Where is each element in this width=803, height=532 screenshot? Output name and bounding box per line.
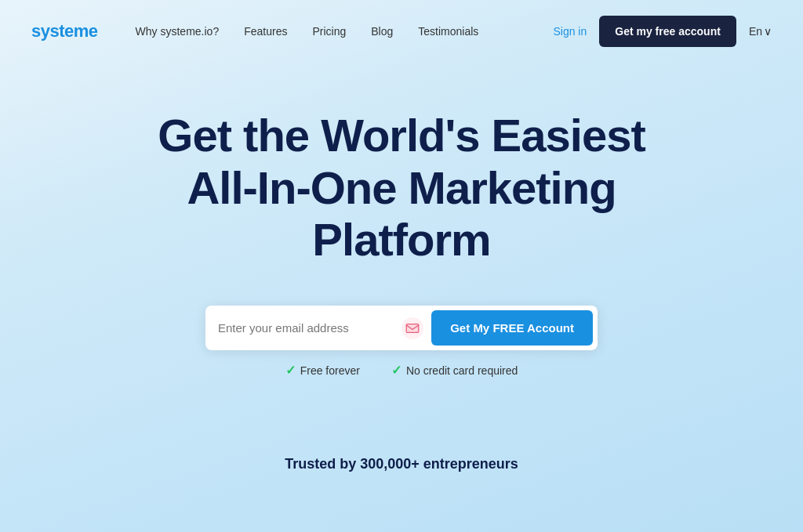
hero-form: Get My FREE Account [205, 306, 598, 350]
hero-badges: ✓ Free forever ✓ No credit card required [285, 363, 518, 378]
site-logo[interactable]: systeme [31, 21, 98, 42]
nav-item-features[interactable]: Features [244, 25, 287, 38]
nav-item-blog[interactable]: Blog [371, 25, 393, 38]
nav-links: Why systeme.io? Features Pricing Blog Te… [136, 25, 554, 38]
badge-no-credit-card: ✓ No credit card required [391, 363, 518, 378]
badge-free-label: Free forever [300, 364, 360, 377]
language-selector[interactable]: En ∨ [749, 25, 772, 38]
nav-right: Sign in Get my free account En ∨ [553, 16, 772, 47]
nav-item-testimonials[interactable]: Testimonials [418, 25, 478, 38]
navbar: systeme Why systeme.io? Features Pricing… [0, 0, 803, 63]
email-icon [400, 316, 425, 341]
hero-section: Get the World's Easiest All-In-One Marke… [0, 63, 803, 456]
check-icon-no-cc: ✓ [391, 363, 402, 378]
sign-in-link[interactable]: Sign in [553, 25, 587, 38]
cta-get-free-account-button[interactable]: Get My FREE Account [431, 310, 593, 346]
language-label: En [749, 25, 762, 38]
badge-free-forever: ✓ Free forever [285, 363, 360, 378]
badge-no-cc-label: No credit card required [406, 364, 518, 377]
trusted-section: Trusted by 300,000+ entrepreneurs [0, 456, 803, 472]
get-free-account-button[interactable]: Get my free account [599, 16, 736, 47]
trusted-text: Trusted by 300,000+ entrepreneurs [16, 456, 787, 472]
language-chevron-icon: ∨ [764, 25, 772, 38]
nav-item-pricing[interactable]: Pricing [312, 25, 346, 38]
check-icon-free: ✓ [285, 363, 296, 378]
nav-item-why[interactable]: Why systeme.io? [136, 25, 220, 38]
email-input[interactable] [218, 315, 394, 341]
hero-title: Get the World's Easiest All-In-One Marke… [127, 110, 676, 266]
